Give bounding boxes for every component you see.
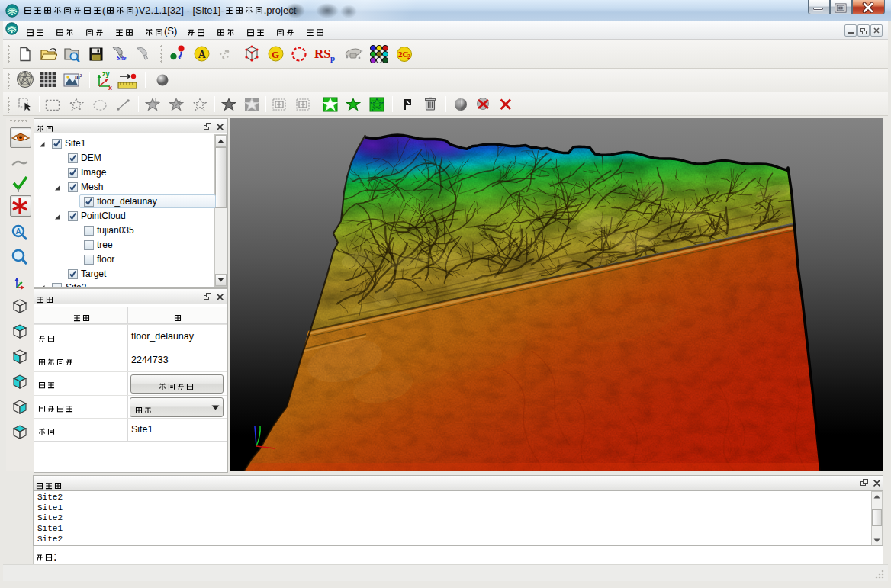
svg-text:RS: RS xyxy=(314,47,331,61)
svg-text:Site: Site xyxy=(117,55,127,62)
svg-text:A: A xyxy=(198,49,207,60)
svg-text:m²: m² xyxy=(75,73,82,80)
svg-text:x: x xyxy=(108,84,112,90)
svg-text:zy: zy xyxy=(102,70,110,78)
svg-text:A: A xyxy=(16,227,21,236)
svg-text:2: 2 xyxy=(407,53,410,60)
svg-text:p: p xyxy=(330,53,335,63)
svg-text:G: G xyxy=(272,49,279,60)
